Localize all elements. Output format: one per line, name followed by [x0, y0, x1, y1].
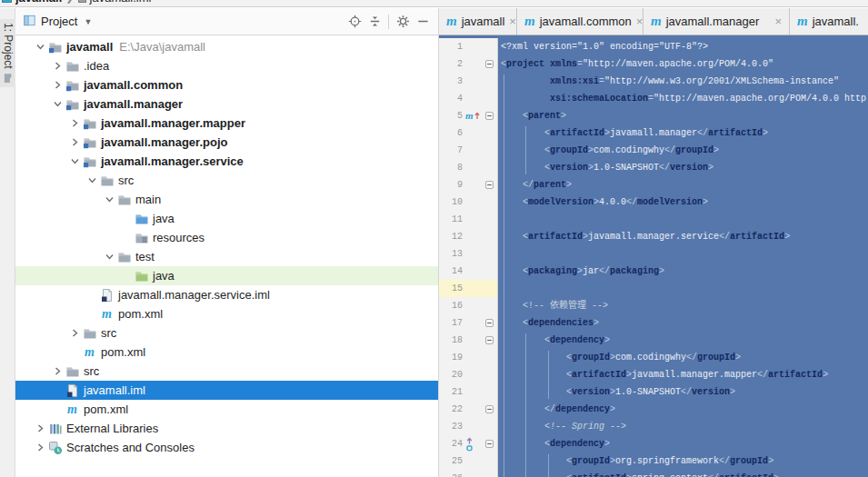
tree-item[interactable]: src	[15, 362, 438, 381]
chevron-right-icon[interactable]	[51, 59, 65, 73]
chevron-down-icon[interactable]	[68, 154, 82, 168]
code-editor[interactable]: 1<?xml version="1.0" encoding="UTF-8"?>2…	[439, 35, 868, 477]
chevron-down-icon[interactable]	[51, 97, 65, 111]
tree-item[interactable]: javamall.manager.service.iml	[15, 285, 438, 304]
tree-item[interactable]: test	[15, 247, 438, 266]
tree-item-label: javamall.manager	[84, 97, 183, 111]
tree-item[interactable]: java	[15, 266, 438, 285]
collapse-all-button[interactable]	[364, 12, 384, 32]
line-number: 17	[439, 314, 463, 332]
tree-item[interactable]: mpom.xml	[15, 400, 438, 419]
editor-tab[interactable]: mjavamall.manager×	[644, 8, 790, 35]
gutter: 11	[439, 211, 498, 228]
tab-close-icon[interactable]: ×	[636, 15, 644, 27]
line-number: 22	[439, 401, 463, 418]
fold-marker[interactable]	[485, 405, 494, 413]
fold-marker[interactable]	[485, 60, 494, 68]
hide-panel-button[interactable]	[413, 12, 433, 32]
tree-item[interactable]: .idea	[15, 56, 438, 75]
maven-icon: m	[65, 402, 80, 417]
code-line-text: <parent>	[498, 107, 868, 124]
tree-item[interactable]: mpom.xml	[15, 304, 438, 323]
code-line-text	[498, 280, 868, 297]
chevron-down-icon[interactable]	[34, 40, 47, 54]
chevron-right-icon[interactable]	[68, 135, 82, 149]
override-icon[interactable]	[465, 437, 474, 452]
tree-item[interactable]: src	[15, 171, 438, 190]
code-line-text: xsi:schemaLocation="http://maven.apache.…	[498, 90, 868, 107]
chevron-down-icon[interactable]	[103, 193, 116, 206]
tree-item[interactable]: main	[15, 190, 438, 209]
tree-item[interactable]: javamall.iml	[15, 381, 438, 400]
tab-close-icon[interactable]: ×	[774, 15, 782, 27]
tree-item-label: main	[135, 193, 161, 206]
fold-marker[interactable]	[485, 440, 494, 448]
gutter: 14	[439, 263, 498, 280]
tree-item[interactable]: External Libraries	[15, 419, 438, 438]
settings-button[interactable]	[393, 12, 413, 32]
gutter: 17	[439, 314, 498, 332]
folder-gray-icon	[116, 193, 132, 207]
chevron-right-icon[interactable]	[68, 326, 82, 340]
breadcrumb-item[interactable]: javamall	[15, 0, 62, 5]
folder-module-icon	[82, 154, 97, 169]
gutter: 8	[439, 159, 498, 176]
locate-button[interactable]	[344, 12, 364, 32]
chevron-right-icon[interactable]	[68, 116, 82, 130]
line-number: 3	[439, 73, 463, 90]
tree-item[interactable]: java	[15, 209, 438, 228]
line-number: 13	[439, 245, 463, 263]
chevron-right-icon[interactable]	[51, 364, 65, 378]
chevron-right-icon[interactable]	[51, 78, 65, 92]
tree-item-label: src	[101, 326, 116, 340]
tree-item-label: pom.xml	[101, 345, 145, 359]
chevron-right-icon[interactable]	[34, 441, 47, 454]
tree-item-label: javamall.iml	[84, 383, 145, 397]
tree-item-label: External Libraries	[66, 422, 158, 435]
scratches-icon	[47, 441, 63, 455]
tree-item[interactable]: javamallE:\Java\javamall	[15, 37, 438, 56]
chevron-right-icon[interactable]	[34, 422, 47, 435]
tab-close-icon[interactable]: ×	[509, 15, 516, 27]
fold-marker[interactable]	[485, 112, 494, 120]
tree-item[interactable]: javamall.manager.pojo	[15, 133, 438, 152]
gutter: 24	[439, 435, 498, 452]
gutter: 21	[439, 383, 498, 401]
code-line-text	[498, 245, 868, 263]
project-tool-window-button[interactable]: 1: Project	[0, 19, 15, 87]
editor-tab[interactable]: mjavamall.common×	[517, 8, 644, 35]
tree-item-label: javamall.common	[84, 78, 183, 92]
tree-item-label: javamall.manager.service	[101, 154, 244, 168]
editor-tab[interactable]: mjavamall×	[439, 8, 517, 35]
gutter: 22	[439, 401, 498, 418]
indent-guide	[504, 75, 504, 477]
code-line-text: <project xmlns="http://maven.apache.org/…	[498, 55, 868, 73]
tree-item[interactable]: src	[15, 323, 438, 343]
line-number: 26	[439, 470, 463, 477]
editor-tab[interactable]: mjavamall.	[790, 8, 868, 35]
maven-parent-icon[interactable]: m	[465, 109, 481, 122]
tree-item[interactable]: resources	[15, 228, 438, 247]
tree-item[interactable]: Scratches and Consoles	[15, 438, 438, 457]
folder-blue-icon	[134, 212, 149, 226]
gutter: 18	[439, 332, 498, 349]
maven-icon: m	[524, 15, 535, 28]
tree-item[interactable]: javamall.manager.mapper	[15, 114, 438, 133]
folder-green-icon	[134, 269, 149, 283]
fold-marker[interactable]	[485, 319, 494, 327]
chevron-spacer	[85, 307, 99, 321]
line-number: 8	[439, 159, 463, 176]
tree-item[interactable]: javamall.manager	[15, 94, 438, 114]
editor-tab-label: javamall.manager	[666, 15, 760, 28]
tree-item[interactable]: javamall.common	[15, 75, 438, 94]
fold-marker[interactable]	[485, 336, 494, 344]
maven-icon: m	[99, 307, 115, 322]
tree-item[interactable]: mpom.xml	[15, 343, 438, 362]
project-view-selector[interactable]: Project ▼	[23, 14, 92, 30]
folder-gray-icon	[82, 326, 97, 341]
breadcrumb-item[interactable]: javamall.iml	[90, 0, 152, 5]
tree-item[interactable]: javamall.manager.service	[15, 152, 438, 171]
chevron-down-icon[interactable]	[85, 174, 99, 187]
fold-marker[interactable]	[485, 181, 494, 189]
chevron-down-icon[interactable]	[103, 250, 116, 263]
